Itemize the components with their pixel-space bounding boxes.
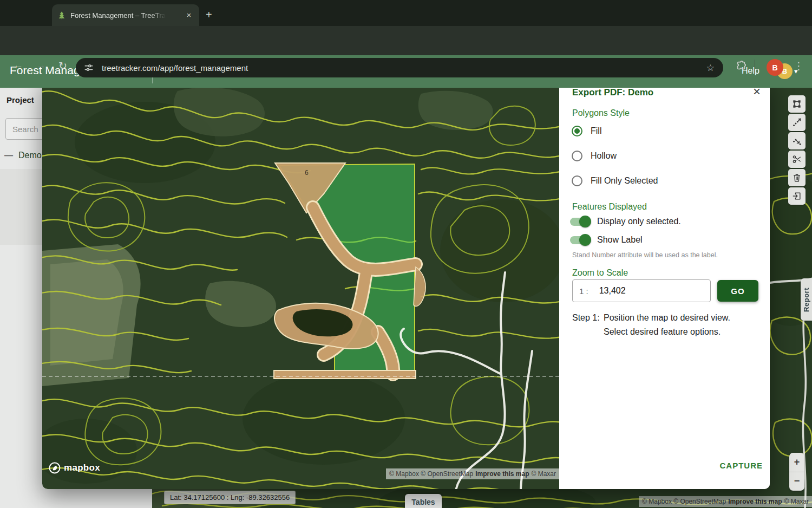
label-note: Stand Number attribute will be used as t… xyxy=(572,251,718,259)
export-map-preview[interactable]: 6 mapbox © Mapbox © OpenStreetMap Improv… xyxy=(42,77,559,489)
reload-button[interactable]: ↻ xyxy=(58,60,67,72)
dialog-title: Export PDF: Demo xyxy=(572,87,653,98)
browser-toolbar: ← → ↻ treetracker.com/app/forest_managem… xyxy=(0,26,812,55)
site-info-icon[interactable] xyxy=(83,62,94,73)
new-tab-button[interactable]: + xyxy=(206,9,212,21)
radio-option-fill[interactable]: Fill xyxy=(572,126,601,136)
radio-unselected-icon[interactable] xyxy=(572,151,582,161)
scale-ratio-prefix: 1 : xyxy=(579,286,588,296)
attribution-text: © Mapbox © OpenStreetMap xyxy=(389,470,473,478)
go-button[interactable]: GO xyxy=(717,280,758,302)
radio-option-fill-only-selected[interactable]: Fill Only Selected xyxy=(572,175,658,186)
export-options-panel: Export PDF: Demo × Polygons Style Fill H… xyxy=(559,77,770,489)
browser-tab[interactable]: Forest Management – TreeTra × xyxy=(52,4,199,26)
step-line2: Select desired feature options. xyxy=(604,325,730,339)
improve-map-link[interactable]: Improve this map xyxy=(475,470,529,478)
tab-title: Forest Management – TreeTra xyxy=(70,11,166,19)
instructions: Step 1: Position the map to desired view… xyxy=(572,311,730,339)
scale-input[interactable]: 1 : 13,402 xyxy=(572,279,711,302)
mapbox-icon xyxy=(49,462,61,474)
zoom-to-scale-heading: Zoom to Scale xyxy=(572,268,628,278)
radio-option-hollow[interactable]: Hollow xyxy=(572,151,617,161)
toggle-label: Show Label xyxy=(597,235,643,245)
radio-label: Hollow xyxy=(591,151,617,161)
toggle-display-only-selected[interactable]: Display only selected. xyxy=(570,214,681,229)
modal-map-attribution: © Mapbox © OpenStreetMap Improve this ma… xyxy=(386,468,559,479)
back-button[interactable]: ← xyxy=(13,60,23,71)
bookmark-star-icon[interactable]: ☆ xyxy=(706,62,715,74)
browser-menu-icon[interactable]: ⋮ xyxy=(794,60,804,72)
step-label: Step 1: xyxy=(572,311,604,325)
stand-number-label: 6 xyxy=(305,169,309,177)
export-pdf-dialog: 6 mapbox © Mapbox © OpenStreetMap Improv… xyxy=(42,77,770,489)
capture-button[interactable]: CAPTURE xyxy=(719,461,763,470)
radio-label: Fill Only Selected xyxy=(591,176,658,186)
toggle-on-switch[interactable] xyxy=(570,236,590,244)
radio-unselected-icon[interactable] xyxy=(572,175,582,186)
polygons-style-heading: Polygons Style xyxy=(572,108,630,118)
screen: Project — Demo xyxy=(0,0,812,508)
address-bar[interactable]: treetracker.com/app/forest_management ☆ xyxy=(76,58,723,77)
browser-profile-avatar[interactable]: B xyxy=(767,59,783,76)
mapbox-logo[interactable]: mapbox xyxy=(49,462,100,474)
toggle-label: Display only selected. xyxy=(597,217,681,226)
tree-favicon-icon xyxy=(57,11,66,19)
radio-selected-icon[interactable] xyxy=(572,126,582,136)
step-line1: Position the map to desired view. xyxy=(604,311,730,325)
toggle-show-label[interactable]: Show Label xyxy=(570,233,643,247)
toggle-on-switch[interactable] xyxy=(570,218,590,226)
profile-initial: B xyxy=(772,63,777,72)
map-canvas[interactable]: 6 xyxy=(42,77,559,489)
scale-value[interactable]: 13,402 xyxy=(599,286,626,296)
toolbar-divider xyxy=(755,60,755,74)
extensions-icon[interactable] xyxy=(735,60,747,72)
mapbox-wordmark: mapbox xyxy=(64,463,100,473)
features-displayed-heading: Features Displayed xyxy=(572,202,647,212)
attribution-maxar: © Maxar xyxy=(531,470,556,478)
tab-close-icon[interactable]: × xyxy=(184,10,194,20)
browser-tab-strip: Forest Management – TreeTra × + xyxy=(0,0,812,26)
url-text[interactable]: treetracker.com/app/forest_management xyxy=(102,63,248,73)
radio-label: Fill xyxy=(591,126,601,136)
forward-button[interactable]: → xyxy=(36,60,46,71)
